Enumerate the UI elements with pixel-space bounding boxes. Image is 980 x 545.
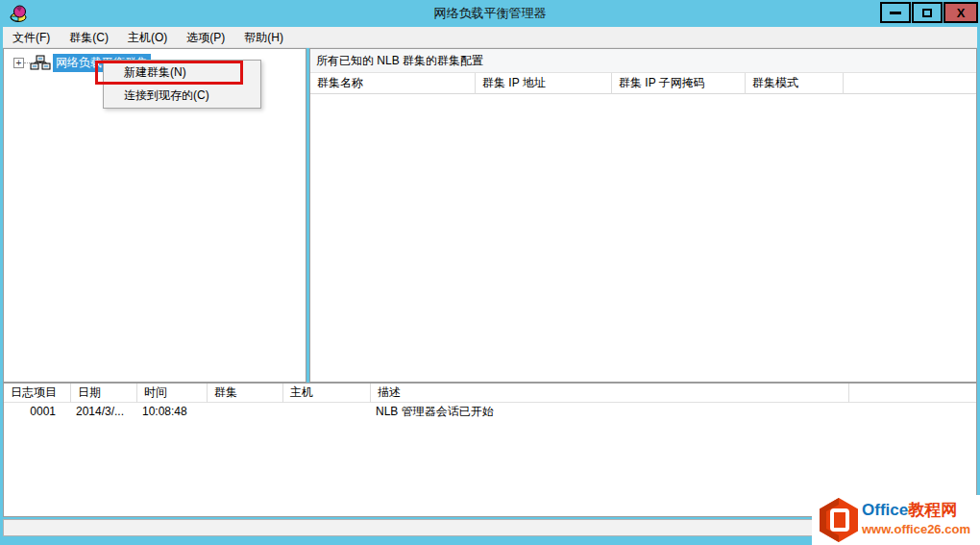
log-header-date[interactable]: 日期 bbox=[71, 384, 137, 403]
menu-host[interactable]: 主机(O) bbox=[118, 27, 177, 48]
tree-expander[interactable]: + bbox=[13, 58, 24, 68]
menu-file[interactable]: 文件(F) bbox=[3, 27, 60, 48]
log-row[interactable]: 0001 2014/3/... 10:08:48 NLB 管理器会话已开始 bbox=[4, 403, 976, 421]
context-menu-connect-existing[interactable]: 连接到现存的(C) bbox=[104, 84, 260, 107]
column-header-empty bbox=[844, 73, 976, 94]
menu-cluster[interactable]: 群集(C) bbox=[60, 27, 118, 48]
watermark-text: Office教程网 www.office26.com bbox=[862, 499, 977, 536]
log-header-time[interactable]: 时间 bbox=[137, 384, 208, 403]
context-menu-new-cluster[interactable]: 新建群集(N) bbox=[104, 61, 260, 84]
log-cell-empty bbox=[849, 403, 976, 421]
watermark-url[interactable]: www.office26.com bbox=[862, 522, 977, 536]
nlb-manager-window: 网络负载平衡管理器 X 文件(F) 群集(C) 主机(O) 选项(P) 帮助(H… bbox=[0, 0, 980, 545]
watermark: Office教程网 www.office26.com bbox=[812, 495, 980, 545]
menu-options[interactable]: 选项(P) bbox=[177, 27, 234, 48]
cluster-icon bbox=[30, 55, 51, 71]
watermark-title-latin: Office bbox=[862, 501, 908, 519]
close-icon: X bbox=[957, 6, 966, 20]
watermark-title: Office教程网 bbox=[862, 499, 977, 521]
window-controls: X bbox=[879, 2, 978, 23]
minimize-button[interactable] bbox=[880, 2, 911, 23]
cluster-panel-caption: 所有已知的 NLB 群集的群集配置 bbox=[310, 49, 976, 73]
menu-help[interactable]: 帮助(H) bbox=[234, 27, 293, 48]
log-cell-entry: 0001 bbox=[4, 403, 71, 421]
log-cell-host bbox=[283, 403, 371, 421]
log-cell-cluster bbox=[208, 403, 283, 421]
column-header-cluster-ip[interactable]: 群集 IP 地址 bbox=[476, 73, 612, 94]
log-header-description[interactable]: 描述 bbox=[371, 384, 849, 403]
title-bar[interactable]: 网络负载平衡管理器 X bbox=[0, 0, 980, 27]
log-header-entry[interactable]: 日志项目 bbox=[4, 384, 71, 403]
minimize-icon bbox=[890, 12, 901, 14]
maximize-icon bbox=[922, 9, 932, 17]
log-header-cluster[interactable]: 群集 bbox=[208, 384, 283, 403]
cluster-config-panel: 所有已知的 NLB 群集的群集配置 群集名称 群集 IP 地址 群集 IP 子网… bbox=[309, 48, 977, 383]
column-header-cluster-name[interactable]: 群集名称 bbox=[310, 73, 476, 94]
column-header-cluster-mode[interactable]: 群集模式 bbox=[746, 73, 844, 94]
context-menu: 新建群集(N) 连接到现存的(C) bbox=[103, 60, 261, 109]
window-title: 网络负载平衡管理器 bbox=[0, 0, 980, 27]
log-column-headers: 日志项目 日期 时间 群集 主机 描述 bbox=[4, 384, 976, 403]
log-cell-description: NLB 管理器会话已开始 bbox=[371, 403, 849, 421]
office-logo-icon bbox=[818, 497, 860, 543]
column-header-subnet-mask[interactable]: 群集 IP 子网掩码 bbox=[612, 73, 746, 94]
log-cell-date: 2014/3/... bbox=[71, 403, 137, 421]
maximize-button[interactable] bbox=[912, 2, 943, 23]
log-cell-time: 10:08:48 bbox=[137, 403, 208, 421]
watermark-title-cjk: 教程网 bbox=[908, 501, 957, 519]
menu-bar: 文件(F) 群集(C) 主机(O) 选项(P) 帮助(H) bbox=[3, 27, 977, 48]
log-header-empty bbox=[849, 384, 976, 403]
close-button[interactable]: X bbox=[943, 2, 978, 23]
log-header-host[interactable]: 主机 bbox=[283, 384, 371, 403]
cluster-column-headers: 群集名称 群集 IP 地址 群集 IP 子网掩码 群集模式 bbox=[310, 73, 976, 94]
